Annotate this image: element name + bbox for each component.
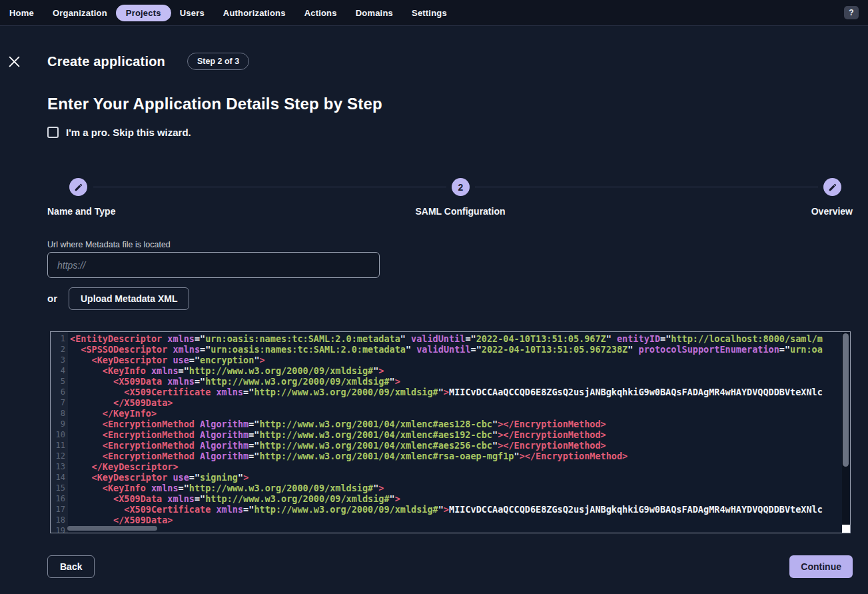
nav-menu: Home Organization Projects Users Authori… <box>9 5 447 21</box>
nav-item-authorizations[interactable]: Authorizations <box>223 8 286 18</box>
close-icon[interactable] <box>7 55 21 70</box>
nav-item-actions[interactable]: Actions <box>304 8 337 18</box>
nav-item-organization[interactable]: Organization <box>53 8 107 18</box>
nav-item-projects[interactable]: Projects <box>116 5 171 21</box>
code-lines[interactable]: <EntityDescriptor xmlns="urn:oasis:names… <box>68 332 850 533</box>
step-1-label: Name and Type <box>47 206 115 217</box>
nav-item-users[interactable]: Users <box>180 8 205 18</box>
wizard-heading: Enter Your Application Details Step by S… <box>47 95 382 113</box>
pencil-icon <box>828 183 837 192</box>
step-3-label: Overview <box>811 206 853 217</box>
vertical-scrollbar[interactable] <box>843 333 849 467</box>
step-1-indicator <box>69 178 87 196</box>
skip-wizard-label: I'm a pro. Skip this wizard. <box>66 127 191 138</box>
close-x-glyph <box>8 55 21 68</box>
nav-item-home[interactable]: Home <box>9 8 34 18</box>
skip-wizard-checkbox[interactable] <box>47 127 59 138</box>
step-connector-line <box>475 187 818 187</box>
top-navigation: Home Organization Projects Users Authori… <box>0 0 868 26</box>
back-button[interactable]: Back <box>47 555 95 578</box>
xml-code-editor[interactable]: 12345678910111213141516171819 <EntityDes… <box>50 331 851 533</box>
page: Home Organization Projects Users Authori… <box>0 0 868 594</box>
page-title: Create application <box>47 54 165 69</box>
step-connector-line <box>93 187 446 187</box>
scrollbar-corner <box>842 525 850 533</box>
continue-button[interactable]: Continue <box>789 555 853 578</box>
step-2-indicator: 2 <box>452 178 470 196</box>
step-2-label: SAML Configuration <box>415 206 505 217</box>
create-application-wizard: Create application Step 2 of 3 Enter You… <box>0 26 868 594</box>
horizontal-scrollbar[interactable] <box>67 526 157 531</box>
line-number-gutter: 12345678910111213141516171819 <box>51 332 68 533</box>
metadata-url-label: Url where Metadata file is located <box>47 240 171 249</box>
step-badge: Step 2 of 3 <box>187 53 249 70</box>
pencil-icon <box>74 183 83 192</box>
nav-item-settings[interactable]: Settings <box>412 8 447 18</box>
metadata-url-input[interactable] <box>47 252 380 278</box>
or-label: or <box>47 293 57 304</box>
skip-wizard-row[interactable]: I'm a pro. Skip this wizard. <box>47 127 191 138</box>
help-button[interactable]: ? <box>844 6 859 19</box>
nav-item-domains[interactable]: Domains <box>356 8 393 18</box>
step-3-indicator <box>823 178 841 196</box>
wizard-title-row: Create application Step 2 of 3 <box>47 52 249 71</box>
upload-metadata-button[interactable]: Upload Metadata XML <box>69 287 189 310</box>
